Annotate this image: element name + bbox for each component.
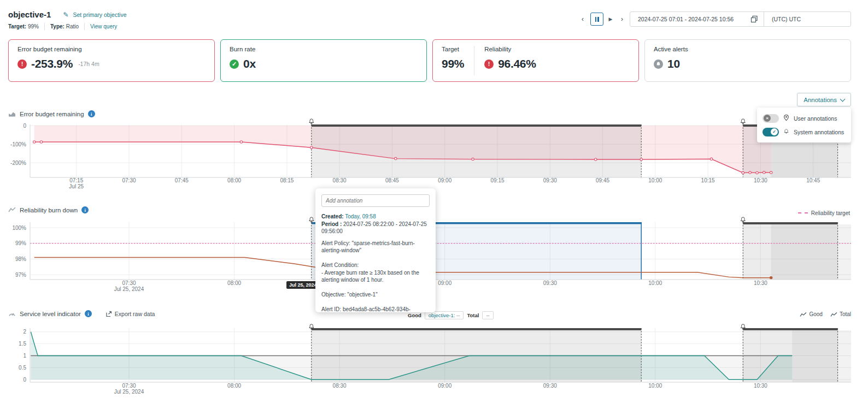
data-point-marker[interactable] — [770, 277, 772, 279]
bell-annotation-icon[interactable] — [309, 217, 314, 222]
annotation-band[interactable] — [743, 224, 837, 280]
data-point-marker[interactable] — [33, 141, 36, 143]
burn-rate-value: 0x — [243, 57, 256, 70]
stat-cards: Error budget remaining ! -253.9% -17h 4m… — [8, 39, 851, 82]
good-readout-box[interactable]: objective-1: -- — [425, 311, 464, 319]
card-label: Active alerts — [654, 46, 842, 52]
svg-text:07:30: 07:30 — [122, 280, 136, 286]
data-point-marker[interactable] — [770, 171, 772, 174]
timezone-select[interactable]: (UTC) UTC — [764, 12, 851, 26]
svg-text:07:15: 07:15 — [69, 177, 83, 183]
good-readout-label: Good — [408, 312, 421, 318]
svg-text:09:30: 09:30 — [543, 383, 557, 389]
data-point-marker[interactable] — [240, 141, 242, 143]
bell-icon — [783, 127, 789, 137]
target-value-big: 99% — [442, 57, 464, 70]
annotation-band[interactable] — [312, 330, 641, 382]
data-point-marker[interactable] — [40, 141, 42, 143]
svg-text:07:30: 07:30 — [122, 177, 136, 183]
page-header: objective-1 ✎ Set primary objective Targ… — [8, 10, 126, 30]
time-range-box: 2024-07-25 07:01 - 2024-07-25 10:56 (UTC… — [630, 11, 851, 27]
data-point-marker[interactable] — [640, 158, 642, 161]
export-raw-data-link[interactable]: Export raw data — [105, 311, 155, 317]
info-icon[interactable]: i — [85, 310, 92, 317]
legend-good-toggle[interactable]: Good — [800, 311, 822, 317]
play-button[interactable]: ▶ — [607, 16, 614, 22]
type-value: Ratio — [66, 23, 79, 29]
data-point-marker[interactable] — [710, 158, 712, 160]
bell-annotation-icon[interactable] — [309, 119, 314, 124]
svg-text:1.5: 1.5 — [19, 341, 26, 347]
svg-text:07:45: 07:45 — [175, 177, 189, 183]
svg-text:09:30: 09:30 — [543, 280, 557, 286]
sli-legend: Good Total — [800, 311, 851, 317]
sli-hover-readout: Good objective-1: -- Total -- — [408, 311, 494, 319]
svg-text:100%: 100% — [12, 225, 26, 231]
data-point-marker[interactable] — [763, 171, 765, 174]
user-annotations-row: × User annotations — [763, 111, 846, 125]
annotation-band[interactable] — [312, 127, 641, 177]
bell-icon — [654, 60, 663, 69]
svg-text:10:30: 10:30 — [754, 383, 767, 389]
data-point-marker[interactable] — [595, 158, 597, 161]
gauge-icon — [8, 311, 16, 317]
data-point-marker[interactable] — [742, 171, 744, 174]
type-label: Type: — [50, 23, 64, 29]
svg-text:97%: 97% — [15, 272, 26, 278]
step-forward-button[interactable]: › — [618, 13, 626, 25]
pencil-icon[interactable]: ✎ — [63, 11, 68, 19]
svg-text:07:30: 07:30 — [122, 383, 136, 389]
target-value: 99% — [28, 23, 39, 29]
svg-text:10:00: 10:00 — [648, 383, 662, 389]
svg-text:0.5: 0.5 — [19, 365, 26, 371]
svg-text:09:15: 09:15 — [490, 177, 504, 183]
legend-total-toggle[interactable]: Total — [830, 311, 851, 317]
bell-annotation-icon[interactable] — [741, 217, 745, 222]
bell-annotation-icon[interactable] — [741, 119, 745, 124]
annotation-band[interactable] — [743, 330, 837, 382]
set-primary-objective-link[interactable]: Set primary objective — [73, 11, 126, 18]
svg-text:-100%: -100% — [10, 141, 26, 147]
error-budget-chart[interactable]: 0-100%-200%07:15Jul 2507:3007:4508:0008:… — [0, 115, 868, 192]
chevron-down-icon — [840, 96, 846, 102]
data-point-marker[interactable] — [749, 171, 751, 174]
user-annotations-toggle[interactable]: × — [763, 114, 779, 123]
annotations-dropdown-button[interactable]: Annotations — [797, 93, 851, 106]
svg-text:08:30: 08:30 — [333, 177, 347, 183]
annotation-popup: Created: Today, 09:58 Period : 2024-07-2… — [315, 188, 436, 312]
annotation-body: Alert Policy: "sparse-metrics-fast-burn-… — [321, 240, 430, 313]
data-point-marker[interactable] — [756, 171, 758, 174]
total-readout-box[interactable]: -- — [482, 311, 493, 319]
data-point-marker[interactable] — [395, 157, 397, 159]
system-annotations-toggle[interactable]: ✓ — [763, 128, 779, 136]
active-alerts-card: Active alerts 10 — [644, 39, 851, 82]
add-annotation-input[interactable] — [321, 194, 430, 207]
card-label: Reliability — [484, 46, 536, 52]
svg-text:Jul 25, 2024: Jul 25, 2024 — [114, 389, 144, 395]
error-budget-sub: -17h 4m — [78, 61, 99, 67]
compare-periods-icon[interactable] — [745, 15, 764, 23]
system-annotations-row: ✓ System annotations — [763, 125, 846, 139]
svg-text:10:45: 10:45 — [806, 177, 820, 183]
sli-chart[interactable]: 21.510.5007:30Jul 25, 202408:0008:3009:0… — [0, 322, 868, 399]
annotations-menu: × User annotations ✓ System annotations — [757, 108, 851, 142]
check-icon: ✓ — [230, 60, 239, 69]
svg-text:09:00: 09:00 — [438, 383, 451, 389]
svg-text:08:00: 08:00 — [227, 383, 241, 389]
view-query-link[interactable]: View query — [90, 23, 117, 29]
svg-text:0: 0 — [23, 123, 26, 129]
user-annotations-label: User annotations — [794, 115, 837, 122]
data-point-marker[interactable] — [472, 158, 474, 160]
svg-text:1: 1 — [23, 353, 26, 359]
pause-button[interactable] — [590, 13, 603, 26]
card-label: Error budget remaining — [17, 46, 206, 52]
step-back-button[interactable]: ‹ — [578, 13, 587, 25]
page-title: objective-1 — [8, 10, 51, 19]
sli-section-header: Service level indicator i Export raw dat… — [8, 310, 155, 317]
time-range-value[interactable]: 2024-07-25 07:01 - 2024-07-25 10:56 — [630, 12, 745, 26]
error-budget-card: Error budget remaining ! -253.9% -17h 4m — [8, 39, 215, 82]
sparkline-icon — [800, 312, 807, 317]
svg-text:Jul 25, 2024: Jul 25, 2024 — [114, 286, 144, 292]
reliability-value: 96.46% — [498, 57, 536, 70]
data-point-marker[interactable] — [310, 146, 313, 148]
